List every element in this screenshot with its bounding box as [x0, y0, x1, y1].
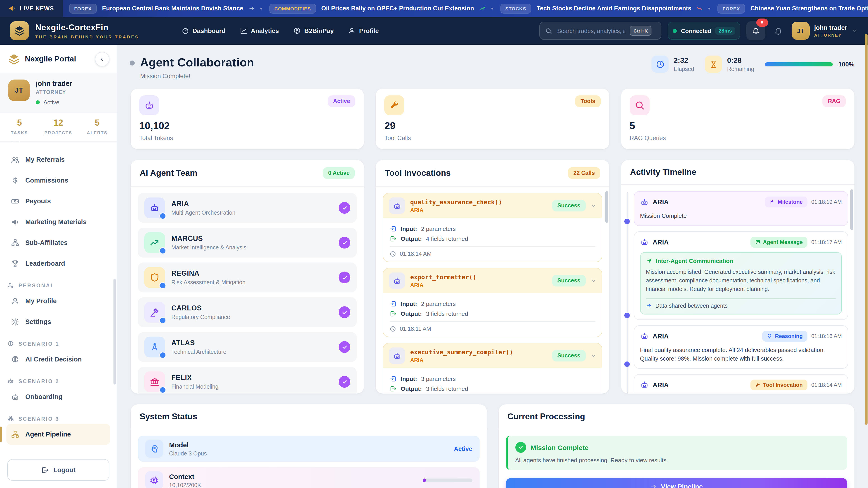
sidebar-item-label: Sub-Affiliates: [25, 239, 68, 246]
agent-row-atlas[interactable]: ATLAS Technical Architecture: [138, 332, 357, 362]
agent-row-carlos[interactable]: CARLOS Regulatory Compliance: [138, 297, 357, 327]
nav-dashboard[interactable]: Dashboard: [182, 27, 225, 34]
nav-profile[interactable]: Profile: [348, 27, 379, 34]
profile-meta: john trader ATTORNEY Active: [36, 79, 72, 106]
sidebar-item-clipped[interactable]: [6, 142, 110, 149]
nav-analytics[interactable]: Analytics: [240, 27, 279, 34]
sidebar-item-my-profile[interactable]: My Profile: [6, 291, 110, 311]
notification-count-badge: 5: [756, 19, 768, 27]
agent-row-aria[interactable]: ARIA Multi-Agent Orchestration: [138, 193, 357, 223]
gauge-icon: [182, 27, 189, 34]
wrench-icon: [390, 100, 399, 110]
alerts-button[interactable]: [772, 26, 785, 35]
page-scrollbar-thumb[interactable]: [865, 34, 868, 425]
live-news-label: LIVE NEWS: [0, 0, 63, 17]
dollar-icon: [11, 176, 20, 185]
view-pipeline-button[interactable]: View Pipeline: [506, 478, 847, 488]
sidebar-item-ai-credit-decision[interactable]: AI Credit Decision: [6, 349, 110, 369]
wrench-icon: [755, 382, 761, 387]
tool-call-header[interactable]: executive_summary_compiler() ARIA Succes…: [383, 344, 602, 368]
tool-name: executive_summary_compiler(): [410, 348, 513, 355]
timeline-list: ARIA Milestone 01:18:19 AM Mission Compl…: [621, 185, 855, 394]
stat-alerts: 5 ALERTS: [78, 118, 117, 135]
sidebar-item-onboarding[interactable]: Onboarding: [6, 386, 110, 407]
online-dot: [159, 247, 166, 254]
sidebar-item-agent-pipeline[interactable]: Agent Pipeline: [6, 424, 110, 445]
user-icon: [11, 142, 20, 143]
calls-count-badge: 22 Calls: [568, 167, 600, 179]
user-icon: [348, 27, 355, 34]
system-label: Model: [169, 441, 207, 449]
search-icon: [546, 27, 552, 34]
logout-button[interactable]: Logout: [7, 459, 110, 481]
agent-avatar: [144, 232, 165, 253]
search-input[interactable]: [556, 27, 626, 35]
global-search[interactable]: Ctrl+K: [539, 22, 662, 40]
sidebar-item-leaderboard[interactable]: Leaderboard: [6, 253, 110, 274]
online-dot: [159, 352, 166, 359]
panel-title: Current Processing: [507, 412, 585, 422]
sidebar-item-marketing-materials[interactable]: Marketing Materials: [6, 212, 110, 232]
stat-value: 5: [629, 120, 846, 132]
sidebar-item-label: Commissions: [25, 177, 68, 184]
status-badge: Active: [328, 95, 355, 107]
user-gear-icon: [7, 282, 14, 289]
input-icon: [390, 300, 397, 307]
panel-scrollbar-thumb[interactable]: [850, 189, 853, 230]
user-menu[interactable]: JT john trader ATTORNEY: [792, 22, 858, 40]
sidebar-scrollbar-thumb[interactable]: [114, 279, 116, 384]
stat-label: PROJECTS: [39, 130, 78, 135]
panel-scrollbar-thumb[interactable]: [605, 191, 608, 223]
tool-call-header[interactable]: export_formatter() ARIA Success: [383, 268, 602, 293]
tool-call-header[interactable]: quality_assurance_check() ARIA Success: [383, 193, 602, 218]
chevron-down-icon[interactable]: [590, 353, 596, 359]
event-time: 01:18:16 AM: [811, 333, 842, 339]
elapsed-value: 2:32: [674, 56, 694, 64]
live-news-text: LIVE NEWS: [20, 5, 54, 12]
stat-value: 29: [384, 120, 601, 132]
tool-call-card: executive_summary_compiler() ARIA Succes…: [383, 343, 602, 394]
agent-row-felix[interactable]: FELIX Financial Modeling: [138, 367, 357, 394]
notifications-button[interactable]: 5: [746, 21, 765, 40]
sidebar-item-my-referrals[interactable]: My Referrals: [6, 149, 110, 170]
agent-row-marcus[interactable]: MARCUS Market Intelligence & Analysis: [138, 228, 357, 258]
panel-title: AI Agent Team: [140, 168, 197, 178]
sidebar-collapse-button[interactable]: [95, 52, 110, 66]
panel-title: Activity Timeline: [630, 167, 696, 177]
panel-system-status: System Status Model Claude 3 Opus Active: [131, 404, 487, 488]
sidebar-item-sub-affiliates[interactable]: Sub-Affiliates: [6, 232, 110, 253]
page-header: Agent Collaboration Mission Complete! 2:…: [131, 56, 855, 79]
nav-label: B2BinPay: [304, 27, 334, 34]
tool-call-body: Input:3 parameters Output:3 fields retur…: [383, 368, 602, 394]
input-value: 2 parameters: [421, 300, 456, 307]
clock-icon: [390, 326, 396, 332]
sidebar-item-label: Agent Pipeline: [25, 431, 71, 438]
ticker-track: FOREX European Central Bank Maintains Do…: [63, 0, 868, 17]
online-dot: [159, 213, 166, 220]
chevron-down-icon[interactable]: [590, 203, 596, 208]
agent-message-badge: Agent Message: [750, 236, 807, 248]
chevron-down-icon[interactable]: [590, 278, 596, 284]
processing-status-text: All agents have finished processing. Rea…: [515, 457, 839, 464]
search-chip: [629, 95, 649, 115]
tool-call-body: Input:2 parameters Output:4 fields retur…: [383, 218, 602, 262]
bulb-icon: [767, 333, 772, 339]
tool-call-card: export_formatter() ARIA Success Input:2 …: [383, 268, 602, 337]
status-badge: Success: [552, 350, 586, 361]
sidebar-item-commissions[interactable]: Commissions: [6, 170, 110, 191]
agent-row-regina[interactable]: REGINA Risk Assessment & Mitigation: [138, 263, 357, 292]
nav-b2binpay[interactable]: B2BinPay: [293, 27, 334, 34]
active-count-badge: 0 Active: [323, 167, 355, 179]
arrow-right-icon: [646, 303, 652, 308]
context-progress-bar: [423, 479, 472, 482]
status-badge: RAG: [822, 95, 846, 107]
sidebar-item-payouts[interactable]: Payouts: [6, 191, 110, 212]
bell-icon: [774, 26, 783, 35]
bell-icon: [752, 27, 760, 35]
robot-icon: [640, 381, 649, 389]
main-nav: Dashboard Analytics B2BinPay Profile: [182, 27, 379, 34]
wrench-chip: [384, 95, 404, 115]
sidebar-item-settings[interactable]: Settings: [6, 311, 110, 332]
flag-icon: [770, 199, 775, 205]
check-circle-icon: [515, 442, 526, 453]
